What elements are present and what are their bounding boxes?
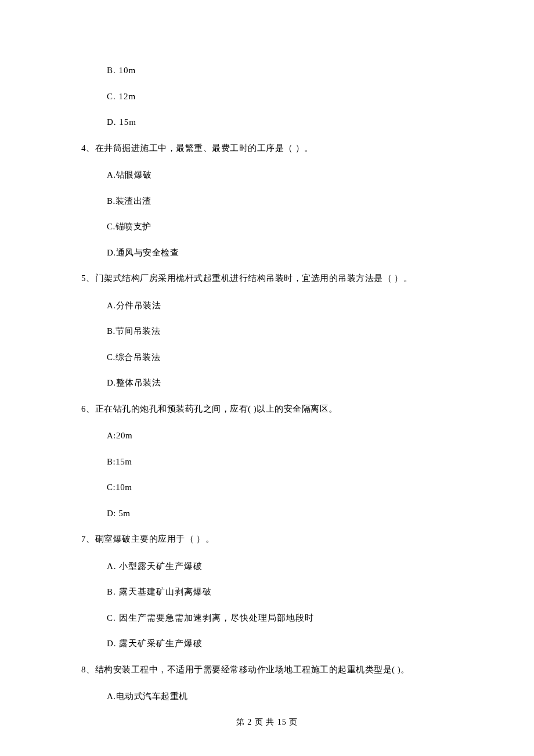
option-3c: C. 12m [107, 90, 453, 103]
question-8: 8、结构安装工程中，不适用于需要经常移动作业场地工程施工的起重机类型是( )。 [81, 663, 453, 676]
option-6c: C:10m [107, 481, 453, 494]
question-7: 7、硐室爆破主要的应用于（ ）。 [81, 532, 453, 546]
option-5a: A.分件吊装法 [107, 299, 453, 312]
option-7a: A. 小型露天矿生产爆破 [107, 560, 453, 573]
option-3b: B. 10m [107, 64, 453, 77]
option-5d: D.整体吊装法 [107, 376, 453, 390]
page-content: B. 10m C. 12m D. 15m 4、在井筒掘进施工中，最繁重、最费工时… [0, 0, 534, 703]
question-5: 5、门架式结构厂房采用桅杆式起重机进行结构吊装时，宜选用的吊装方法是（ ）。 [81, 272, 453, 285]
page-footer: 第 2 页 共 15 页 [0, 716, 534, 728]
option-6d: D: 5m [107, 507, 453, 520]
option-4a: A.钻眼爆破 [107, 168, 453, 182]
option-3d: D. 15m [107, 116, 453, 129]
option-5b: B.节间吊装法 [107, 325, 453, 338]
option-4d: D.通风与安全检查 [107, 246, 453, 260]
option-5c: C.综合吊装法 [107, 351, 453, 364]
question-4: 4、在井筒掘进施工中，最繁重、最费工时的工序是（ ）。 [81, 142, 453, 155]
option-6b: B:15m [107, 455, 453, 469]
question-6: 6、正在钻孔的炮孔和预装药孔之间，应有( )以上的安全隔离区。 [81, 402, 453, 416]
option-7c: C. 因生产需要急需加速剥离，尽快处理局部地段时 [107, 611, 453, 625]
option-8a: A.电动式汽车起重机 [107, 690, 453, 703]
option-4b: B.装渣出渣 [107, 195, 453, 208]
option-7b: B. 露天基建矿山剥离爆破 [107, 585, 453, 599]
option-7d: D. 露天矿采矿生产爆破 [107, 637, 453, 650]
option-4c: C.锚喷支护 [107, 220, 453, 233]
option-6a: A:20m [107, 429, 453, 442]
